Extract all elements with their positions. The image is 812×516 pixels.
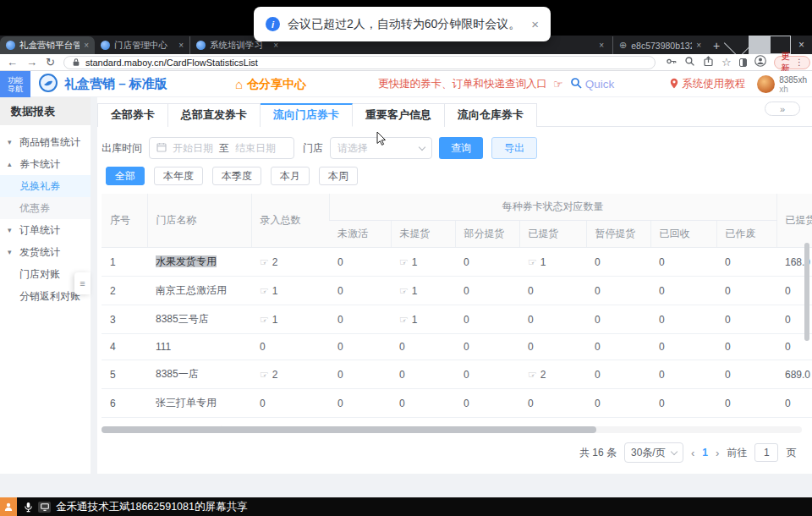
- table-cell: 0: [391, 389, 455, 418]
- query-button[interactable]: 查询: [439, 137, 483, 159]
- col-status: 已作废: [716, 221, 776, 248]
- prev-page-button[interactable]: ‹: [691, 447, 694, 459]
- brand-favicon: [101, 41, 110, 50]
- scrollbar-thumb[interactable]: [102, 426, 596, 433]
- key-icon[interactable]: [666, 55, 677, 70]
- store-name-cell: 张三打单专用: [147, 389, 251, 418]
- sidebar-item[interactable]: ▾商品销售统计: [0, 131, 91, 153]
- zoom-icon[interactable]: [684, 55, 695, 70]
- screen-share-icon[interactable]: [38, 502, 51, 513]
- bookmark-star-icon[interactable]: ☆: [721, 57, 732, 68]
- table-row: 6张三打单专用000000000: [102, 389, 812, 418]
- sidebar-item[interactable]: 兑换礼券: [0, 175, 91, 197]
- goto-page-input[interactable]: 1: [754, 443, 778, 462]
- share-icon[interactable]: [703, 55, 714, 70]
- count-link[interactable]: ☞2: [528, 369, 546, 381]
- quick-filter-button[interactable]: 本周: [319, 167, 358, 185]
- count-link[interactable]: ☞1: [528, 256, 546, 268]
- quick-filter-button[interactable]: 本季度: [212, 167, 261, 185]
- pointer-icon: ☞: [399, 256, 409, 268]
- table-cell: 0: [455, 360, 519, 389]
- tab-active[interactable]: 流向门店券卡: [261, 103, 353, 127]
- user-avatar[interactable]: [757, 75, 775, 93]
- browser-tab[interactable]: ⊕e8c573980b1328a258fd2e6×: [612, 36, 707, 54]
- tab-item[interactable]: 总部直发券卡: [168, 103, 261, 127]
- app-header: 功能 导航 礼盒营销 – 标准版 ⌂ 仓分享中心 更快捷的券卡、订单和快递查询入…: [0, 71, 812, 97]
- date-range-input[interactable]: 开始日期 至 结束日期: [149, 137, 294, 159]
- store-name-cell: 8385一店: [147, 360, 251, 389]
- brand-logo[interactable]: [39, 74, 58, 96]
- close-icon[interactable]: ×: [531, 17, 539, 31]
- back-icon[interactable]: ←: [7, 57, 18, 68]
- count-link[interactable]: ☞1: [399, 285, 417, 297]
- count-link[interactable]: ☞1: [260, 285, 277, 297]
- sidebar-collapse-handle[interactable]: ≡: [74, 272, 91, 294]
- start-date-placeholder: 开始日期: [173, 141, 213, 156]
- table-cell: 0: [586, 305, 650, 334]
- table-cell: ☞1: [251, 277, 329, 305]
- next-page-button[interactable]: ›: [716, 447, 719, 459]
- page-size-select[interactable]: 30条/页: [624, 442, 683, 463]
- menu-dots-icon[interactable]: ⋮: [795, 58, 804, 67]
- tab-item[interactable]: 流向仓库券卡: [445, 103, 537, 127]
- tab-item[interactable]: 重要客户信息: [353, 103, 445, 127]
- profile-icon[interactable]: [754, 55, 766, 70]
- sidebar: 数据报表 ▾商品销售统计▴券卡统计兑换礼券优惠券▾订单统计▾发货统计门店对账分销…: [0, 97, 91, 474]
- table-row: 1水果发货专用☞20☞10☞1000168.0: [102, 248, 812, 277]
- close-icon[interactable]: ×: [696, 41, 701, 50]
- address-bar[interactable]: standard.maboy.cn/CardFlowStatisticsList: [63, 56, 656, 69]
- sidebar-item[interactable]: ▾发货统计: [0, 241, 91, 263]
- close-icon[interactable]: ×: [84, 41, 89, 50]
- content-tabs: 全部券卡总部直发券卡流向门店券卡重要客户信息流向仓库券卡: [97, 103, 812, 127]
- count-link[interactable]: ☞2: [260, 369, 277, 381]
- window-close-icon[interactable]: ×: [791, 36, 812, 54]
- location-pin-icon: [670, 78, 678, 91]
- sidebar-item-label: 门店对账: [19, 267, 60, 282]
- table-cell: ☞2: [251, 248, 329, 277]
- quick-filter-button[interactable]: 全部: [106, 167, 145, 185]
- microphone-icon[interactable]: [24, 502, 33, 513]
- mouse-cursor: [376, 131, 387, 149]
- export-button[interactable]: 导出: [491, 137, 537, 159]
- row-index: 2: [102, 277, 147, 305]
- sidebar-item[interactable]: ▴券卡统计: [0, 153, 91, 175]
- count-link[interactable]: ☞1: [399, 256, 417, 268]
- browser-tab[interactable]: 门店管理中心×: [95, 36, 189, 54]
- reload-icon[interactable]: ↻: [46, 57, 55, 68]
- horizontal-scrollbar[interactable]: [102, 426, 802, 433]
- tutorial-link[interactable]: 系统使用教程: [670, 77, 745, 91]
- close-icon[interactable]: ×: [273, 41, 278, 50]
- quick-search[interactable]: Quick: [570, 77, 615, 92]
- store-name-cell: 南京王总激活用: [147, 277, 251, 305]
- new-tab-button[interactable]: +: [707, 36, 726, 54]
- col-index: 序号: [102, 194, 147, 248]
- table-cell: 0: [716, 334, 776, 360]
- browser-tab[interactable]: 礼盒营销平台管理中心×: [0, 36, 95, 54]
- close-icon[interactable]: ×: [599, 41, 604, 50]
- forward-icon[interactable]: →: [26, 57, 37, 68]
- share-center-link[interactable]: ⌂ 仓分享中心: [235, 71, 306, 97]
- quick-filter-button[interactable]: 本年度: [154, 167, 203, 185]
- col-status: 部分提货: [455, 221, 519, 248]
- function-nav-button[interactable]: 功能 导航: [0, 71, 30, 97]
- quick-filter-button[interactable]: 本月: [271, 167, 310, 185]
- table-cell: 0: [650, 334, 716, 360]
- sidebar-item[interactable]: ▾订单统计: [0, 219, 91, 241]
- side-panel-icon[interactable]: [739, 58, 748, 67]
- collapse-panel-button[interactable]: »: [765, 102, 800, 116]
- vertical-scrollbar[interactable]: [804, 243, 809, 341]
- current-page[interactable]: 1: [702, 447, 708, 458]
- chrome-update-button[interactable]: 更新 ⋮: [774, 56, 810, 69]
- tab-item[interactable]: 全部券卡: [97, 103, 168, 127]
- store-name: 南京王总激活用: [156, 284, 227, 296]
- store-name: 水果发货专用: [156, 255, 217, 267]
- table-row: 4111000000000: [102, 334, 812, 360]
- close-icon[interactable]: ×: [178, 41, 184, 50]
- count-link[interactable]: ☞1: [260, 314, 277, 326]
- count-link[interactable]: ☞2: [260, 256, 277, 268]
- window-menu-icon[interactable]: [727, 36, 749, 54]
- row-index: 1: [102, 248, 147, 277]
- sidebar-item[interactable]: 优惠券: [0, 197, 91, 219]
- count-link[interactable]: ☞1: [399, 314, 417, 326]
- pointer-icon: ☞: [260, 285, 269, 297]
